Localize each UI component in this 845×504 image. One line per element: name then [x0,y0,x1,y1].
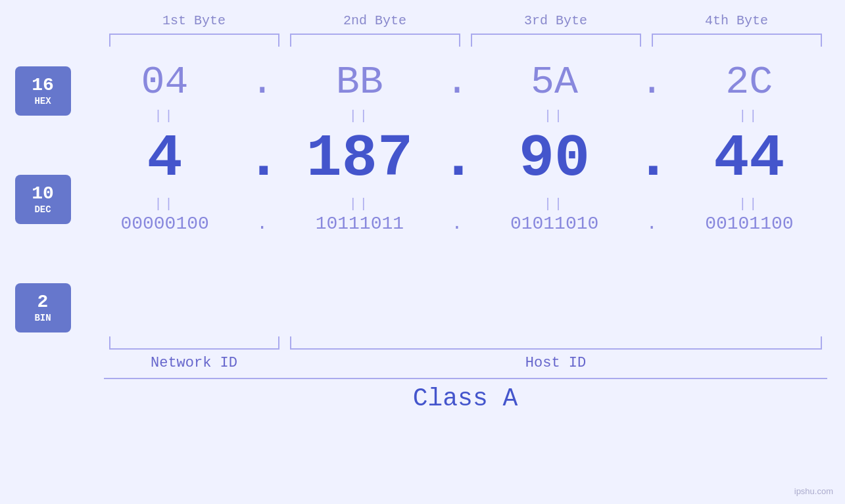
bin-b4: 00101100 [668,214,830,234]
bin-dot2: . [441,214,473,234]
hex-b2: BB [279,60,441,104]
bracket-b1 [109,34,279,47]
network-host-labels: Network ID Host ID [104,355,827,371]
bin-dot1: . [246,214,279,234]
bin-b2: 10111011 [279,214,441,234]
hex-b3: 5A [473,60,635,104]
hex-b1: 04 [84,60,246,104]
bracket-b2 [290,34,460,47]
hex-badge: 16 HEX [15,66,71,116]
sep1-b2: || [279,108,441,124]
dec-dot3: . [635,126,668,193]
dec-label: DEC [34,204,51,215]
dec-b2: 187 [279,126,441,193]
labels-column: 16 HEX 10 DEC 2 BIN [15,60,71,332]
sep1-b3: || [473,108,635,124]
watermark: ipshu.com [794,486,833,496]
bin-b1: 00000100 [84,214,246,234]
dec-row: 4 . 187 . 90 . 44 [84,126,831,193]
hex-b4: 2C [668,60,830,104]
byte2-header: 2nd Byte [285,13,466,28]
sep2-b3: || [473,196,635,212]
sep2-b2: || [279,196,441,212]
hex-dot2: . [441,60,473,104]
byte4-header: 4th Byte [646,13,827,28]
sep-row-2: || || || || [84,194,831,214]
hex-num: 16 [32,76,54,96]
bin-dot3: . [635,214,668,234]
sep1-b4: || [668,108,830,124]
dec-num: 10 [32,184,54,204]
class-row: Class A [104,379,827,413]
hex-dot3: . [635,60,668,104]
bin-num: 2 [37,292,49,313]
dec-dot1: . [246,126,279,193]
top-brackets [104,34,827,47]
dec-b1: 4 [84,126,246,193]
class-value: Class A [413,384,518,413]
main-area: 16 HEX 10 DEC 2 BIN 04 . [15,60,831,332]
bottom-bracket-host [290,336,822,350]
bracket-b4 [652,34,822,47]
bottom-brackets-container [104,336,827,350]
main-container: 1st Byte 2nd Byte 3rd Byte 4th Byte 16 H… [0,0,845,504]
hex-row: 04 . BB . 5A . 2C [84,60,831,104]
sep1-b1: || [84,108,246,124]
bin-badge: 2 BIN [15,283,71,332]
dec-badge: 10 DEC [15,175,71,224]
network-id-label: Network ID [104,355,285,371]
dec-dot2: . [441,126,473,193]
host-id-label: Host ID [285,355,827,371]
sep-row-1: || || || || [84,106,831,126]
bottom-bracket-network [109,336,279,350]
bracket-b3 [471,34,641,47]
sep2-b1: || [84,196,246,212]
hex-label: HEX [34,96,51,106]
hex-dot1: . [246,60,279,104]
byte1-header: 1st Byte [104,13,285,28]
bin-row: 00000100 . 10111011 . 01011010 . [84,214,831,234]
byte-headers: 1st Byte 2nd Byte 3rd Byte 4th Byte [104,13,827,28]
bin-b3: 01011010 [473,214,635,234]
bin-label: BIN [34,313,51,323]
dec-b4: 44 [668,126,830,193]
sep2-b4: || [668,196,830,212]
dec-b3: 90 [473,126,635,193]
byte3-header: 3rd Byte [466,13,646,28]
values-grid: 04 . BB . 5A . 2C [84,60,831,235]
